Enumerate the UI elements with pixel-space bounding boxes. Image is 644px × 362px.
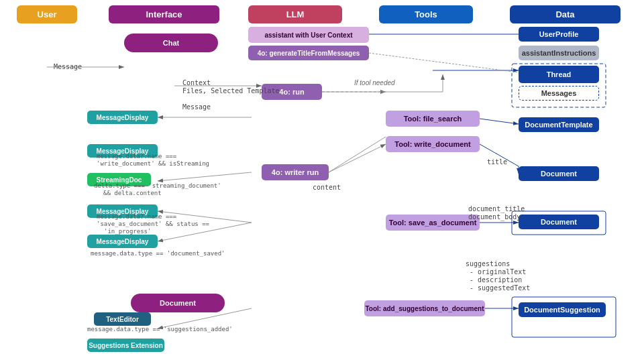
col-header-data: Data [510, 5, 621, 23]
description-label: - description [470, 276, 522, 284]
document1-box: Document [519, 166, 599, 181]
col-header-interface: Interface [109, 5, 219, 23]
cond-save-3: 'in_progress' [104, 228, 151, 235]
cond-suggestions-added: message.data.type == 'suggestions_added' [87, 326, 233, 333]
cond-write-doc-2: 'write_document' && isStreaming [97, 160, 209, 167]
cond-write-doc-1: message.data?.name === [97, 153, 176, 160]
assistant-instructions-box: assistantInstructions [519, 46, 599, 60]
cond-doc-saved: message.data.type == 'document_saved' [91, 250, 225, 257]
tool-file-search-box: Tool: file_search [386, 111, 480, 127]
original-text-label: - originalText [470, 268, 526, 276]
cond-streaming-1: delta.type === 'streaming_document' [94, 182, 221, 189]
message-label2: Message [182, 103, 211, 111]
svg-line-18 [369, 53, 519, 72]
tool-add-suggestions-box: Tool: add_suggestions_to_document [364, 300, 485, 316]
document-iface-box: Document [131, 294, 225, 312]
generate-title-box: 4o: generateTitleFromMessages [248, 46, 369, 60]
thread-box: Thread [519, 66, 599, 83]
cond-save-1: message.data?.name === [97, 213, 176, 220]
svg-line-9 [329, 144, 386, 172]
cond-streaming-2: && delta.content [103, 190, 162, 196]
context-label: Context [182, 79, 211, 86]
4o-writer-run-box: 4o: writer run [262, 164, 329, 180]
message-display-1-box: MessageDisplay [87, 111, 158, 124]
suggestions-label: suggestions [466, 260, 510, 267]
col-header-llm: LLM [248, 5, 342, 23]
col-header-tools: Tools [379, 5, 473, 23]
message-label: Message [54, 63, 82, 70]
doc-title-label: document_title [468, 205, 525, 213]
svg-line-10 [329, 137, 386, 172]
col-header-user: User [17, 5, 77, 23]
svg-line-6 [480, 119, 519, 124]
document-template-box: DocumentTemplate [519, 117, 599, 132]
tool-save-document-box: Tool: save_as_document [386, 215, 480, 231]
document-suggestion-box: DocumentSuggestion [519, 302, 606, 317]
message-display-4-box: MessageDisplay [87, 235, 158, 248]
svg-line-14 [158, 172, 252, 181]
chat-box: Chat [124, 34, 218, 52]
if-tool-needed-label: If tool needed [354, 79, 395, 86]
assistant-user-context-box: assistant with User Context [248, 27, 369, 43]
content-label: content [313, 184, 341, 191]
doc-body-label: document_body [468, 213, 521, 221]
files-template-label: Files, Selected Template [182, 87, 280, 95]
cond-save-2: 'save_as_document' && status == [97, 221, 209, 227]
diagram: User Interface LLM Tools Data Chat assis… [0, 0, 644, 362]
user-profile-box: UserProfile [519, 27, 599, 42]
messages-box: Messages [519, 86, 599, 101]
tool-write-document-box: Tool: write_document [386, 136, 480, 152]
title-label: title [487, 158, 507, 166]
document2-box: Document [519, 215, 599, 229]
text-editor-box: TextEditor [94, 312, 151, 326]
suggestions-extension-box: Suggestions Extension [87, 339, 164, 352]
suggested-text-label: - suggestedText [470, 284, 530, 292]
